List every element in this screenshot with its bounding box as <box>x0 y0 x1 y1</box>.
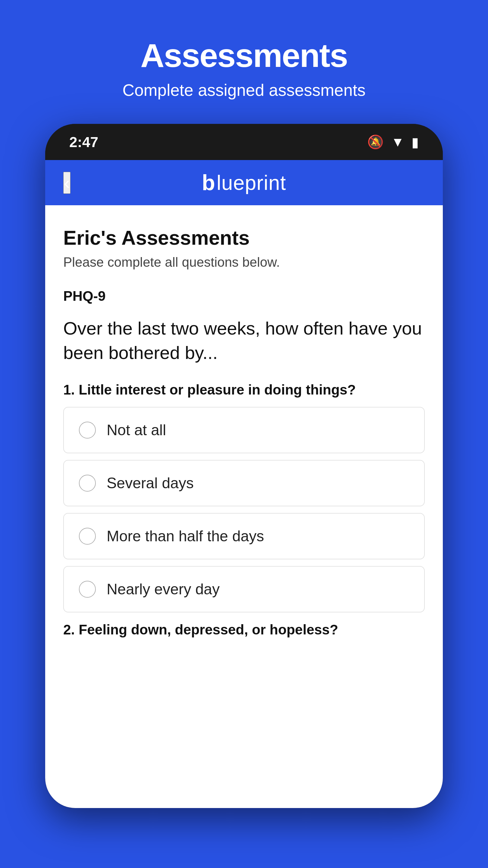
bell-muted-icon: 🔕 <box>367 134 384 150</box>
assessment-title: Eric's Assessments <box>63 226 425 249</box>
status-bar: 2:47 🔕 ▼ ▮ <box>45 124 443 160</box>
option-several-days-label: Several days <box>107 474 194 492</box>
assessment-subtitle: Please complete all questions below. <box>63 255 425 270</box>
option-more-than-half-label: More than half the days <box>107 527 264 545</box>
logo-b-icon: b <box>202 170 216 195</box>
page-title: Assessments <box>122 36 365 74</box>
status-time: 2:47 <box>69 134 98 150</box>
option-nearly-every-day[interactable]: Nearly every day <box>63 566 425 613</box>
question2-label: 2. Feeling down, depressed, or hopeless? <box>63 621 425 638</box>
radio-more-than-half <box>79 528 96 545</box>
page-subtitle: Complete assigned assessments <box>122 81 365 100</box>
logo-text: lueprint <box>217 171 286 194</box>
option-nearly-every-day-label: Nearly every day <box>107 581 220 598</box>
status-icons: 🔕 ▼ ▮ <box>367 134 419 150</box>
battery-icon: ▮ <box>412 134 419 150</box>
radio-several-days <box>79 475 96 492</box>
app-content: Eric's Assessments Please complete all q… <box>45 205 443 808</box>
app-bar: ‹ blueprint <box>45 160 443 205</box>
page-header: Assessments Complete assigned assessment… <box>122 0 365 124</box>
option-more-than-half[interactable]: More than half the days <box>63 513 425 559</box>
radio-nearly-every-day <box>79 581 96 598</box>
option-not-at-all[interactable]: Not at all <box>63 407 425 453</box>
radio-not-at-all <box>79 422 96 438</box>
question1-label: 1. Little interest or pleasure in doing … <box>63 381 425 398</box>
question-text: Over the last two weeks, how often have … <box>63 316 425 365</box>
option-not-at-all-label: Not at all <box>107 421 166 439</box>
app-logo: blueprint <box>202 170 286 195</box>
back-button[interactable]: ‹ <box>63 172 70 194</box>
phone-frame: 2:47 🔕 ▼ ▮ ‹ blueprint Eric's Assessment… <box>45 124 443 808</box>
option-several-days[interactable]: Several days <box>63 460 425 506</box>
wifi-icon: ▼ <box>391 134 404 150</box>
section-label: PHQ-9 <box>63 288 425 304</box>
